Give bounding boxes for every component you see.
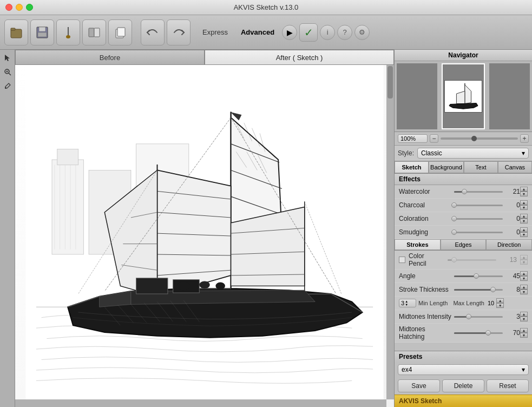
watercolor-label: Watercolor: [399, 188, 452, 195]
tab-edges[interactable]: Edges: [441, 239, 487, 250]
svg-rect-48: [136, 278, 168, 294]
reset-preset-button[interactable]: Reset: [487, 379, 529, 392]
zoom-tool[interactable]: [2, 66, 14, 78]
after-tab[interactable]: After ( Sketch ): [205, 50, 394, 65]
advanced-mode-button[interactable]: Advanced: [235, 26, 280, 38]
nav-after-section: [442, 63, 484, 129]
zoom-bar: 100% − +: [395, 132, 532, 146]
angle-stepper[interactable]: ▲ ▼: [520, 271, 528, 281]
canvas-viewport[interactable]: [15, 65, 394, 407]
redo-button[interactable]: [167, 19, 191, 45]
svg-point-6: [66, 35, 70, 38]
minimize-button[interactable]: [16, 4, 23, 11]
info-button[interactable]: i: [320, 25, 335, 40]
style-selector[interactable]: Classic ▾: [417, 148, 529, 159]
svg-rect-3: [39, 27, 45, 31]
charcoal-stepper[interactable]: ▲ ▼: [520, 200, 528, 210]
max-length-stepper[interactable]: ▲ ▼: [496, 298, 504, 308]
style-label: Style:: [398, 149, 414, 157]
svg-point-56: [215, 283, 225, 290]
zoom-level-display[interactable]: 100%: [398, 134, 428, 143]
watercolor-down[interactable]: ▼: [520, 192, 528, 196]
navigator-title: Navigator: [395, 50, 532, 61]
close-button[interactable]: [5, 4, 12, 11]
maximize-button[interactable]: [26, 4, 33, 11]
zoom-out-button[interactable]: −: [430, 134, 438, 143]
stroke-thickness-slider[interactable]: [454, 286, 503, 293]
smudging-row: Smudging 0 ▲ ▼: [395, 226, 532, 239]
smudging-stepper[interactable]: ▲ ▼: [520, 227, 528, 237]
eyedropper-tool[interactable]: [2, 80, 14, 92]
delete-preset-button[interactable]: Delete: [442, 379, 484, 392]
strokes-tabs: Strokes Edges Direction: [395, 239, 532, 251]
nav-thumbnail: [444, 80, 482, 113]
tab-sketch[interactable]: Sketch: [395, 161, 429, 173]
open-file-button[interactable]: [4, 19, 28, 45]
stroke-thickness-stepper[interactable]: ▲ ▼: [520, 285, 528, 294]
zoom-in-button[interactable]: +: [520, 134, 529, 143]
watercolor-stepper[interactable]: ▲ ▼: [520, 187, 528, 196]
right-panel: Navigator: [394, 50, 532, 407]
footer-label: AKVIS Sketch: [399, 397, 442, 405]
toolbar: Express Advanced ▶ ✓ i ? ⚙: [0, 15, 532, 50]
express-mode-button[interactable]: Express: [197, 26, 233, 38]
tab-strokes[interactable]: Strokes: [395, 239, 441, 250]
color-pencil-checkbox[interactable]: [399, 257, 405, 263]
navigator: Navigator: [395, 50, 532, 132]
settings-button[interactable]: ⚙: [354, 25, 370, 40]
midtones-intensity-slider[interactable]: [454, 313, 503, 320]
presets-selector[interactable]: ex4 ▾: [398, 364, 529, 375]
tab-text[interactable]: Text: [464, 161, 498, 173]
zoom-slider[interactable]: [441, 137, 518, 140]
before-tab[interactable]: Before: [15, 50, 205, 65]
undo-button[interactable]: [141, 19, 165, 45]
tab-background[interactable]: Background: [429, 161, 464, 173]
titlebar: AKVIS Sketch v.13.0: [0, 0, 532, 15]
tab-direction[interactable]: Direction: [486, 239, 532, 250]
cursor-tool[interactable]: [2, 52, 14, 64]
charcoal-down[interactable]: ▼: [520, 205, 528, 210]
watercolor-slider[interactable]: [454, 188, 503, 195]
vertical-scrollbar[interactable]: [386, 65, 394, 399]
svg-point-54: [177, 282, 189, 291]
brush-button[interactable]: [56, 19, 80, 45]
angle-slider[interactable]: [454, 273, 503, 279]
coloration-row: Coloration 0 ▲ ▼: [395, 212, 532, 226]
midtones-intensity-stepper[interactable]: ▲ ▼: [520, 312, 528, 321]
smudging-slider[interactable]: [454, 229, 503, 235]
play-button[interactable]: ▶: [282, 25, 297, 40]
before-after-button[interactable]: [82, 19, 106, 45]
horizontal-scrollbar[interactable]: [15, 399, 386, 407]
svg-marker-11: [5, 55, 10, 61]
smudging-down[interactable]: ▼: [520, 232, 528, 237]
svg-point-55: [199, 281, 209, 289]
watercolor-row: Watercolor 21 ▲ ▼: [395, 185, 532, 199]
presets-title: Presets: [395, 351, 532, 362]
coloration-slider[interactable]: [454, 215, 503, 222]
help-button[interactable]: ?: [337, 25, 352, 40]
navigator-preview: [395, 61, 532, 132]
coloration-down[interactable]: ▼: [520, 219, 528, 224]
color-pencil-stepper[interactable]: ▲ ▼: [520, 255, 528, 265]
svg-rect-7: [89, 28, 94, 37]
charcoal-up[interactable]: ▲: [520, 200, 528, 205]
tab-canvas[interactable]: Canvas: [498, 161, 532, 173]
stroke-thickness-value: 8: [505, 286, 520, 293]
copy-button[interactable]: [108, 19, 132, 45]
coloration-up[interactable]: ▲: [520, 214, 528, 219]
midtones-hatching-slider[interactable]: [454, 330, 503, 336]
min-length-input[interactable]: 3 ▲ ▼: [399, 299, 416, 307]
midtones-hatching-stepper[interactable]: ▲ ▼: [520, 328, 528, 338]
apply-button[interactable]: ✓: [299, 23, 318, 42]
color-pencil-slider[interactable]: [448, 257, 496, 263]
save-button[interactable]: [30, 19, 54, 45]
min-length-down[interactable]: ▼: [405, 303, 408, 306]
coloration-stepper[interactable]: ▲ ▼: [520, 214, 528, 224]
stroke-thickness-label: Stroke Thickness: [399, 286, 452, 293]
charcoal-slider[interactable]: [454, 202, 503, 208]
smudging-up[interactable]: ▲: [520, 227, 528, 232]
coloration-label: Coloration: [399, 215, 452, 222]
angle-row: Angle 45 ▲ ▼: [395, 270, 532, 283]
save-preset-button[interactable]: Save: [398, 379, 440, 392]
watercolor-up[interactable]: ▲: [520, 187, 528, 192]
